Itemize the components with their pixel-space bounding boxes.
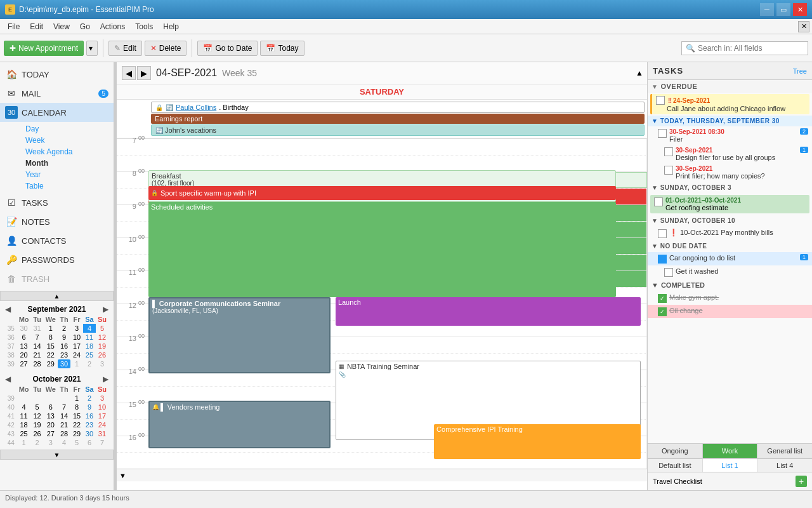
vacations-event[interactable]: 🔄 John's vacations bbox=[151, 124, 645, 136]
completed-section-header[interactable]: ▼ COMPLETED bbox=[648, 279, 812, 291]
menu-file[interactable]: File bbox=[3, 20, 25, 33]
oil-checkbox[interactable]: ✓ bbox=[658, 307, 667, 316]
sunday-oct10-header[interactable]: ▼ SUNDAY, OCTOBER 10 bbox=[648, 215, 812, 227]
maximize-button[interactable]: ▭ bbox=[776, 3, 790, 16]
tab-list4[interactable]: List 4 bbox=[757, 458, 812, 472]
cal-day[interactable]: 5 bbox=[70, 438, 83, 447]
cal-day[interactable]: 4 bbox=[17, 403, 31, 411]
tab-default-list[interactable]: Default list bbox=[648, 458, 703, 472]
view-week-agenda[interactable]: Week Agenda bbox=[20, 146, 114, 157]
cal-day[interactable] bbox=[58, 394, 70, 403]
cal-day[interactable]: 20 bbox=[17, 351, 31, 359]
cal-day[interactable]: 16 bbox=[83, 411, 96, 420]
menu-close-button[interactable]: ✕ bbox=[798, 21, 809, 32]
cal-day[interactable]: 21 bbox=[58, 420, 70, 429]
cal-day[interactable]: 17 bbox=[70, 342, 83, 351]
cal-day[interactable]: 30 bbox=[83, 429, 96, 438]
cal-day[interactable]: 1 bbox=[44, 324, 58, 333]
tab-work[interactable]: Work bbox=[703, 444, 758, 458]
task-print-filer[interactable]: 30-Sep-2021 Print filer; how many copies… bbox=[648, 163, 812, 182]
sidebar-item-trash[interactable]: 🗑 TRASH bbox=[0, 269, 114, 288]
cal-day[interactable]: 13 bbox=[44, 411, 58, 420]
task-design-filer[interactable]: 30-Sep-2021 Design filer for use by all … bbox=[648, 145, 812, 163]
cal-day[interactable]: 5 bbox=[31, 403, 44, 411]
car-task[interactable]: Car ongoing to do list 1 bbox=[648, 252, 812, 265]
cal-day[interactable]: 30 bbox=[58, 359, 70, 368]
mini-cal-sep-next[interactable]: ▶ bbox=[103, 305, 108, 314]
tree-button[interactable]: Tree bbox=[793, 67, 807, 75]
cal-day[interactable]: 16 bbox=[58, 342, 70, 351]
sunday-oct3-header[interactable]: ▼ SUNDAY, OCTOBER 3 bbox=[648, 182, 812, 194]
time-cell[interactable] bbox=[148, 139, 647, 155]
cal-day[interactable]: 13 bbox=[17, 342, 31, 351]
cal-day[interactable]: 27 bbox=[17, 359, 31, 368]
oil-task[interactable]: ✓ Oil change bbox=[648, 305, 812, 318]
cal-day[interactable]: 3 bbox=[44, 438, 58, 447]
cal-day[interactable]: 5 bbox=[96, 324, 108, 333]
cal-day[interactable]: 2 bbox=[31, 438, 44, 447]
sidebar-scroll-up[interactable]: ▲ bbox=[0, 291, 114, 301]
ipi-warmup-event[interactable]: 🔒 Sport specific warm-up with IPI bbox=[148, 186, 616, 200]
cal-day[interactable] bbox=[31, 394, 44, 403]
mini-cal-oct-prev[interactable]: ◀ bbox=[5, 375, 11, 384]
edit-button[interactable]: ✎ Edit bbox=[108, 41, 142, 56]
gym-task[interactable]: ✓ Make gym appt. bbox=[648, 291, 812, 305]
cal-day[interactable]: 4 bbox=[58, 438, 70, 447]
cal-day[interactable]: 8 bbox=[70, 403, 83, 411]
cal-day[interactable]: 20 bbox=[44, 420, 58, 429]
cal-day[interactable]: 2 bbox=[58, 324, 70, 333]
cal-day[interactable] bbox=[17, 394, 31, 403]
sidebar-item-calendar[interactable]: 30 CALENDAR bbox=[0, 103, 114, 122]
cal-day[interactable]: 19 bbox=[31, 420, 44, 429]
cal-day[interactable]: 3 bbox=[70, 324, 83, 333]
print-filer-checkbox[interactable] bbox=[664, 166, 673, 175]
cal-day[interactable]: 9 bbox=[83, 403, 96, 411]
cal-day[interactable]: 22 bbox=[70, 420, 83, 429]
cal-day[interactable]: 7 bbox=[96, 438, 108, 447]
pay-bills-task[interactable]: ❗ 10-Oct-2021 Pay monthly bills bbox=[648, 227, 812, 240]
cal-day[interactable]: 25 bbox=[17, 429, 31, 438]
cal-day[interactable]: 26 bbox=[96, 351, 108, 359]
cal-day[interactable]: 6 bbox=[83, 438, 96, 447]
cal-day[interactable]: 1 bbox=[70, 359, 83, 368]
cal-day[interactable]: 8 bbox=[44, 333, 58, 342]
search-input[interactable] bbox=[698, 44, 804, 53]
cal-day[interactable]: 2 bbox=[83, 394, 96, 403]
cal-day[interactable]: 18 bbox=[17, 420, 31, 429]
cal-day[interactable]: 27 bbox=[44, 429, 58, 438]
cal-day[interactable]: 24 bbox=[96, 420, 108, 429]
view-table[interactable]: Table bbox=[20, 180, 114, 192]
today-section-header[interactable]: ▼ TODAY, THURSDAY, SEPTEMBER 30 bbox=[648, 116, 812, 126]
cal-day[interactable]: 12 bbox=[96, 333, 108, 342]
cal-day[interactable]: 31 bbox=[31, 324, 44, 333]
task-filer[interactable]: 30-Sep-2021 08:30 Filer 2 bbox=[648, 126, 812, 145]
no-due-date-header[interactable]: ▼ NO DUE DATE bbox=[648, 240, 812, 252]
today-button[interactable]: 📅 Today bbox=[260, 41, 304, 56]
vendors-event[interactable]: 🔔 ▌ Vendors meeting bbox=[148, 401, 331, 448]
search-box[interactable]: 🔍 bbox=[681, 41, 808, 55]
prev-button[interactable]: ◀ bbox=[122, 66, 136, 80]
filer-checkbox[interactable] bbox=[658, 129, 667, 138]
roofing-checkbox[interactable] bbox=[654, 197, 663, 206]
sidebar-item-today[interactable]: 🏠 TODAY bbox=[0, 65, 114, 84]
delete-button[interactable]: ✕ Delete bbox=[145, 41, 187, 56]
overdue-section-header[interactable]: ▼ OVERDUE bbox=[648, 80, 812, 93]
view-day[interactable]: Day bbox=[20, 123, 114, 135]
cal-day[interactable]: 11 bbox=[17, 411, 31, 420]
mini-cal-oct-next[interactable]: ▶ bbox=[103, 375, 108, 384]
menu-go[interactable]: Go bbox=[75, 20, 95, 33]
cal-day[interactable]: 19 bbox=[96, 342, 108, 351]
earnings-event[interactable]: Earnings report bbox=[151, 114, 645, 124]
cal-day[interactable]: 14 bbox=[58, 411, 70, 420]
view-month[interactable]: Month bbox=[20, 157, 114, 169]
cal-day[interactable]: 6 bbox=[17, 333, 31, 342]
go-to-date-button[interactable]: 📅 Go to Date bbox=[197, 41, 258, 56]
menu-edit[interactable]: Edit bbox=[25, 20, 48, 33]
wash-task[interactable]: Get it washed bbox=[648, 265, 812, 279]
cal-day[interactable]: 15 bbox=[70, 411, 83, 420]
cal-day[interactable]: 18 bbox=[83, 342, 96, 351]
design-filer-checkbox[interactable] bbox=[664, 147, 673, 156]
new-appointment-button[interactable]: ✚ New Appointment bbox=[4, 41, 84, 56]
cal-day[interactable]: 28 bbox=[58, 429, 70, 438]
sidebar-scroll-down[interactable]: ▼ bbox=[0, 450, 114, 460]
